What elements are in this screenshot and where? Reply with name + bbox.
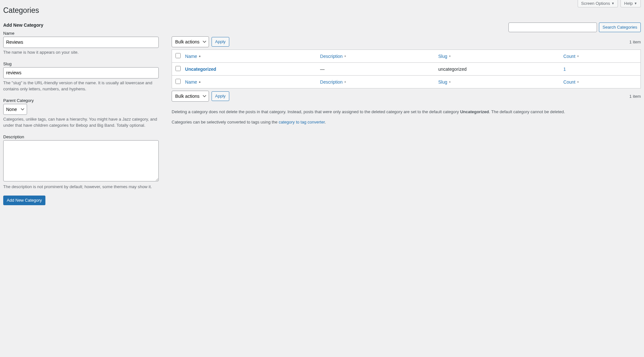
column-description-header[interactable]: Description ▲▼: [317, 50, 435, 63]
column-slug-label: Slug: [438, 54, 447, 59]
search-input[interactable]: [508, 23, 597, 32]
category-name-link[interactable]: Uncategorized: [185, 67, 216, 72]
help-button[interactable]: Help ▼: [620, 0, 641, 7]
description-help: The description is not prominent by defa…: [3, 184, 159, 190]
parent-help: Categories, unlike tags, can have a hier…: [3, 116, 159, 129]
table-row: Uncategorized — uncategorized 1: [172, 63, 640, 75]
column-slug-header[interactable]: Slug ▲▼: [435, 50, 560, 63]
column-count-label: Count: [564, 54, 575, 59]
column-name-footer[interactable]: Name ▲▼: [182, 75, 317, 88]
name-input[interactable]: [3, 37, 159, 48]
note-convert-text-2: .: [325, 120, 326, 124]
column-count-footer[interactable]: Count ▲▼: [560, 75, 640, 88]
chevron-down-icon: ▼: [634, 2, 637, 5]
column-description-footer[interactable]: Description ▲▼: [317, 75, 435, 88]
pagination-top: 1 item: [630, 40, 641, 44]
screen-options-button[interactable]: Screen Options ▼: [578, 0, 618, 7]
bulk-actions-select-top[interactable]: Bulk actions: [172, 36, 209, 47]
help-label: Help: [624, 1, 633, 6]
row-checkbox[interactable]: [175, 66, 181, 71]
description-label: Description: [3, 134, 159, 139]
note-default-category: Uncategorized: [460, 109, 489, 114]
add-category-button[interactable]: Add New Category: [3, 196, 45, 205]
column-description-label: Description: [320, 54, 343, 59]
categories-table: Name ▲▼ Description ▲▼ Slug ▲▼: [172, 50, 641, 88]
column-slug-label: Slug: [438, 79, 447, 85]
column-name-label: Name: [185, 79, 197, 85]
name-help: The name is how it appears on your site.: [3, 49, 159, 56]
bulk-actions-select-bottom[interactable]: Bulk actions: [172, 91, 209, 102]
column-count-label: Count: [564, 79, 575, 85]
name-label: Name: [3, 31, 159, 36]
pagination-bottom: 1 item: [630, 94, 641, 99]
add-category-heading: Add New Category: [3, 23, 159, 28]
category-slug: uncategorized: [435, 63, 560, 75]
parent-select[interactable]: None: [3, 104, 27, 115]
select-all-checkbox-top[interactable]: [175, 53, 181, 58]
search-button[interactable]: Search Categories: [599, 23, 641, 32]
select-all-checkbox-bottom[interactable]: [175, 79, 181, 84]
column-slug-footer[interactable]: Slug ▲▼: [435, 75, 560, 88]
screen-options-label: Screen Options: [581, 1, 610, 6]
note-convert-text-1: Categories can be selectively converted …: [172, 120, 279, 124]
description-input[interactable]: [3, 140, 159, 181]
apply-button-top[interactable]: Apply: [212, 37, 229, 47]
category-notes: Deleting a category does not delete the …: [172, 108, 641, 126]
page-title: Categories: [3, 3, 641, 16]
parent-label: Parent Category: [3, 98, 159, 103]
select-all-header: [172, 50, 182, 63]
column-count-header[interactable]: Count ▲▼: [560, 50, 640, 63]
column-name-label: Name: [185, 54, 197, 59]
note-delete-text-1: Deleting a category does not delete the …: [172, 109, 460, 114]
slug-label: Slug: [3, 61, 159, 66]
apply-button-bottom[interactable]: Apply: [212, 91, 229, 101]
slug-help: The "slug" is the URL-friendly version o…: [3, 80, 159, 92]
category-count-link[interactable]: 1: [564, 67, 566, 72]
note-delete-text-2: . The default category cannot be deleted…: [489, 109, 565, 114]
slug-input[interactable]: [3, 67, 159, 78]
tag-converter-link[interactable]: category to tag converter: [279, 120, 325, 124]
column-description-label: Description: [320, 79, 343, 85]
category-description: —: [317, 63, 435, 75]
column-name-header[interactable]: Name ▲▼: [182, 50, 317, 63]
select-all-footer: [172, 75, 182, 88]
chevron-down-icon: ▼: [611, 2, 614, 5]
